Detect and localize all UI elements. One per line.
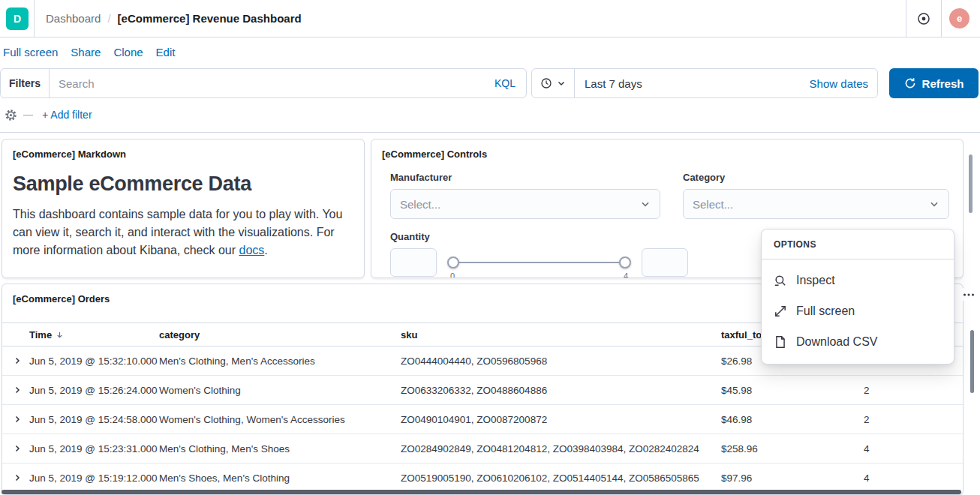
chevron-right-icon: [13, 444, 22, 453]
quantity-slider: 0 4: [446, 248, 633, 277]
header-actions: e: [906, 0, 980, 37]
time-picker-quick-button[interactable]: [532, 69, 575, 98]
panel-options-menu: OPTIONS Inspect Full screen Download CSV: [761, 229, 954, 364]
search-bar: Filters KQL: [0, 68, 527, 98]
share-link[interactable]: Share: [71, 46, 101, 58]
cell-category: Women's Clothing: [159, 385, 401, 396]
cell-category: Men's Clothing, Men's Shoes: [159, 443, 401, 454]
slider-min-handle[interactable]: [447, 256, 459, 268]
app-logo[interactable]: D: [6, 8, 29, 30]
cell-price: $258.96: [721, 443, 864, 454]
slider-max-value: 4: [624, 272, 628, 278]
full-screen-link[interactable]: Full screen: [3, 46, 58, 58]
markdown-panel-title: [eCommerce] Markdown: [13, 148, 353, 160]
docs-link[interactable]: docs: [239, 244, 265, 256]
add-filter-link[interactable]: + Add filter: [42, 109, 92, 121]
gear-icon[interactable]: [5, 109, 17, 122]
options-menu-title: OPTIONS: [762, 230, 954, 260]
markdown-body: This dashboard contains sample data for …: [13, 206, 353, 260]
search-input[interactable]: [50, 77, 484, 90]
slider-min-value: 0: [450, 272, 455, 278]
column-header-time[interactable]: Time: [29, 329, 159, 340]
menu-item-label: Full screen: [796, 304, 855, 318]
breadcrumb-separator: /: [107, 12, 110, 25]
menu-item-inspect[interactable]: Inspect: [762, 265, 954, 296]
cell-sku: ZO0519005190, ZO0610206102, ZO0514405144…: [401, 472, 721, 484]
quantity-min-input[interactable]: [390, 248, 437, 277]
header-divider: [34, 0, 35, 37]
cell-quantity: 4: [864, 443, 963, 454]
document-icon: [774, 335, 787, 349]
menu-item-label: Download CSV: [796, 335, 878, 349]
cell-price: $97.96: [721, 472, 864, 484]
time-picker: Last 7 days Show dates: [531, 68, 878, 98]
filter-bar: + Add filter: [0, 104, 92, 126]
cell-time: Jun 5, 2019 @ 15:26:24.000: [29, 385, 159, 396]
breadcrumb: Dashboard / [eCommerce] Revenue Dashboar…: [46, 12, 302, 25]
breadcrumb-dashboard[interactable]: Dashboard: [46, 12, 101, 25]
markdown-text-after: .: [264, 244, 267, 256]
cell-sku: ZO0444004440, ZO0596805968: [401, 356, 721, 367]
refresh-label: Refresh: [922, 77, 964, 90]
content-divider: [0, 132, 980, 133]
category-control: Category Select...: [683, 172, 949, 219]
cell-quantity: 2: [864, 414, 963, 425]
filters-button[interactable]: Filters: [1, 69, 50, 98]
clone-link[interactable]: Clone: [113, 46, 143, 58]
fullscreen-icon: [774, 304, 787, 318]
menu-item-download-csv[interactable]: Download CSV: [762, 326, 954, 357]
cell-time: Jun 5, 2019 @ 15:23:31.000: [29, 443, 159, 454]
table-row: Jun 5, 2019 @ 15:26:24.000 Women's Cloth…: [2, 376, 963, 405]
expand-row-button[interactable]: [2, 386, 29, 394]
cell-time: Jun 5, 2019 @ 15:19:12.000: [29, 472, 159, 484]
expand-row-button[interactable]: [2, 444, 29, 453]
cell-sku: ZO0490104901, ZO0087200872: [401, 414, 721, 425]
chevron-down-icon: [929, 199, 939, 209]
clock-icon: [540, 77, 552, 89]
manufacturer-select[interactable]: Select...: [390, 189, 660, 219]
table-row: Jun 5, 2019 @ 15:19:12.000 Men's Shoes, …: [2, 464, 963, 493]
expand-row-button[interactable]: [2, 415, 29, 424]
time-header-label: Time: [29, 329, 52, 340]
slider-max-handle[interactable]: [619, 256, 631, 268]
column-header-category[interactable]: category: [159, 329, 401, 340]
time-range-value[interactable]: Last 7 days: [575, 77, 642, 90]
manufacturer-control: Manufacturer Select...: [390, 172, 660, 219]
edit-link[interactable]: Edit: [156, 46, 176, 58]
cell-category: Men's Clothing, Men's Accessories: [159, 356, 401, 367]
refresh-icon: [904, 77, 916, 89]
cloud-icon[interactable]: [906, 0, 941, 37]
markdown-panel: [eCommerce] Markdown Sample eCommerce Da…: [2, 139, 365, 278]
column-header-sku[interactable]: sku: [401, 329, 721, 340]
user-avatar[interactable]: e: [949, 8, 969, 28]
chevron-right-icon: [13, 473, 22, 482]
cell-time: Jun 5, 2019 @ 15:24:58.000: [29, 414, 159, 425]
table-row: Jun 5, 2019 @ 15:24:58.000 Women's Cloth…: [2, 405, 963, 434]
cell-price: $45.98: [721, 385, 864, 396]
cell-sku: ZO0284902849, ZO0481204812, ZO0398403984…: [401, 443, 721, 454]
panel-options-button[interactable]: [960, 288, 978, 301]
quantity-max-input[interactable]: [642, 248, 688, 277]
controls-vertical-scrollbar[interactable]: [969, 154, 972, 213]
expand-row-button[interactable]: [2, 356, 29, 365]
markdown-heading: Sample eCommerce Data: [13, 172, 353, 196]
markdown-text-before: This dashboard contains sample data for …: [13, 208, 342, 256]
orders-horizontal-scrollbar[interactable]: [2, 490, 961, 494]
category-select[interactable]: Select...: [683, 189, 949, 219]
options-menu-items: Inspect Full screen Download CSV: [762, 260, 954, 364]
chevron-down-icon: [557, 79, 566, 88]
orders-vertical-scrollbar[interactable]: [970, 330, 974, 393]
menu-item-full-screen[interactable]: Full screen: [762, 296, 954, 326]
cell-category: Women's Clothing, Women's Accessories: [159, 414, 401, 425]
app-header: D Dashboard / [eCommerce] Revenue Dashbo…: [0, 0, 980, 38]
chevron-right-icon: [13, 415, 22, 424]
controls-panel-title: [eCommerce] Controls: [382, 148, 952, 160]
kql-toggle[interactable]: KQL: [484, 77, 526, 89]
page-title: [eCommerce] Revenue Dashboard: [118, 12, 302, 25]
cell-category: Men's Shoes, Men's Clothing: [159, 472, 401, 484]
refresh-button[interactable]: Refresh: [889, 68, 978, 98]
expand-row-button[interactable]: [2, 473, 29, 482]
cell-sku: ZO0633206332, ZO0488604886: [401, 385, 721, 396]
show-dates-link[interactable]: Show dates: [810, 77, 877, 90]
cell-price: $46.98: [721, 414, 864, 425]
